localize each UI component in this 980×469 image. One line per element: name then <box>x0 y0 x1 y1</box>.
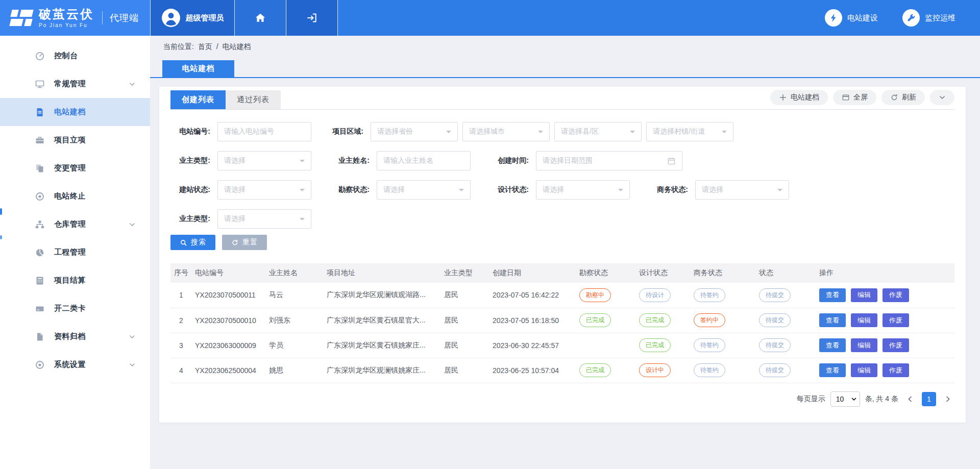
logout-button[interactable] <box>286 0 338 36</box>
table-row: 3 YX2023063000009 学员 广东深圳龙华区黄石镇姚家庄... 居民… <box>170 333 954 358</box>
design-status-badge: 已完成 <box>639 338 671 352</box>
filter-form: 电站编号: 请输入电站编号 项目区域: 请选择省份 请选择城市 请选择县/区 请… <box>170 110 954 229</box>
copy-icon <box>35 163 45 174</box>
chevron-left-icon <box>906 396 914 403</box>
sidebar-scrollbar[interactable] <box>0 235 2 239</box>
view-button[interactable]: 查看 <box>819 288 846 302</box>
logo-subtitle: Po Jian Yun Fu <box>39 22 94 28</box>
view-button[interactable]: 查看 <box>819 313 846 327</box>
owner-name-input[interactable]: 请输入业主姓名 <box>377 151 471 170</box>
station-code-label: 电站编号: <box>170 127 210 136</box>
city-select[interactable]: 请选择城市 <box>462 122 550 141</box>
breadcrumb-home[interactable]: 首页 <box>198 42 212 51</box>
station-code-input[interactable]: 请输入电站编号 <box>217 122 311 141</box>
business-status-badge: 待签约 <box>694 288 725 302</box>
sidebar-item-station-archive[interactable]: 电站建档 <box>0 98 150 126</box>
business-status-badge: 待签约 <box>694 338 725 352</box>
tab-passed-list[interactable]: 通过列表 <box>226 90 281 109</box>
chevron-down-icon <box>939 94 946 101</box>
fullscreen-button[interactable]: 全屏 <box>833 90 876 105</box>
file-icon <box>35 332 45 342</box>
reset-button[interactable]: 重置 <box>222 235 267 250</box>
nav-station-build[interactable]: 电站建设 <box>825 9 878 27</box>
business-status-label: 商务状态: <box>648 185 688 194</box>
business-status-badge: 待签约 <box>694 363 725 377</box>
refresh-icon <box>890 93 898 102</box>
date-range-input[interactable]: 请选择日期范围 <box>536 151 682 170</box>
user-menu[interactable]: 超级管理员 <box>150 0 235 36</box>
page-number-1[interactable]: 1 <box>922 392 936 406</box>
county-select[interactable]: 请选择县/区 <box>554 122 642 141</box>
edit-button[interactable]: 编辑 <box>851 363 877 377</box>
sidebar-item-data-archive[interactable]: 资料归档 <box>0 323 150 351</box>
design-status-badge: 待设计 <box>639 288 671 302</box>
survey-status-select[interactable]: 请选择 <box>377 180 471 200</box>
sidebar-item-station-terminate[interactable]: 电站终止 <box>0 182 150 210</box>
caret-down-icon <box>300 189 305 194</box>
target-icon <box>35 191 45 202</box>
search-icon <box>180 239 187 246</box>
table-row: 4 YX2023062500004 姚思 广东深圳龙华区观澜镇姚家庄... 居民… <box>170 358 954 383</box>
search-button[interactable]: 搜索 <box>170 235 215 250</box>
owner-type2-select[interactable]: 请选择 <box>217 209 311 229</box>
caret-down-icon <box>538 131 543 136</box>
reset-icon <box>231 239 239 246</box>
sidebar-item-change-mgmt[interactable]: 变更管理 <box>0 154 150 182</box>
next-page-button[interactable] <box>941 392 954 406</box>
sidebar-item-project-initiation[interactable]: 项目立项 <box>0 126 150 154</box>
home-button[interactable] <box>235 0 286 36</box>
tab-create-list[interactable]: 创建列表 <box>170 90 226 109</box>
logo-title: 破茧云伏 <box>39 8 94 21</box>
view-button[interactable]: 查看 <box>819 338 846 352</box>
business-status-select[interactable]: 请选择 <box>695 180 789 200</box>
filter-actions: 搜索 重置 <box>170 235 954 250</box>
view-button[interactable]: 查看 <box>819 363 846 377</box>
home-icon <box>255 12 266 23</box>
design-status-select[interactable]: 请选择 <box>536 180 630 200</box>
sidebar-item-open-card[interactable]: 开二类卡 <box>0 294 150 323</box>
invalidate-button[interactable]: 作废 <box>883 313 909 327</box>
sidebar-item-engineering-mgmt[interactable]: 工程管理 <box>0 238 150 266</box>
collapse-toolbar-button[interactable] <box>930 90 954 105</box>
nav-monitor-ops[interactable]: 监控运维 <box>902 9 955 27</box>
edit-button[interactable]: 编辑 <box>851 313 877 327</box>
chevron-down-icon <box>129 361 136 368</box>
survey-status-label: 勘察状态: <box>330 185 370 194</box>
sidebar-item-console[interactable]: 控制台 <box>0 42 150 70</box>
sidebar-item-system-settings[interactable]: 系统设置 <box>0 351 150 379</box>
province-select[interactable]: 请选择省份 <box>371 122 458 141</box>
design-status-label: 设计状态: <box>489 185 529 194</box>
status-badge: 待提交 <box>759 363 791 377</box>
breadcrumb-label: 当前位置: <box>163 42 194 51</box>
sidebar-scrollbar[interactable] <box>0 208 2 215</box>
per-page-select[interactable]: 10 <box>830 391 860 407</box>
monitor-icon <box>35 79 45 89</box>
build-status-select[interactable]: 请选择 <box>217 180 311 200</box>
avatar-icon <box>161 8 181 28</box>
page-tab-station-archive[interactable]: 电站建档 <box>162 60 234 77</box>
pagination: 每页显示 10 条, 共 4 条 1 <box>170 391 954 407</box>
owner-type-select[interactable]: 请选择 <box>217 151 311 170</box>
prev-page-button[interactable] <box>903 392 917 406</box>
build-status-label: 建站状态: <box>170 185 210 194</box>
per-page-label: 每页显示 <box>797 394 825 404</box>
edit-button[interactable]: 编辑 <box>851 288 877 302</box>
invalidate-button[interactable]: 作废 <box>883 288 909 302</box>
breadcrumb-separator: / <box>216 42 218 51</box>
sidebar-item-project-settlement[interactable]: 项目结算 <box>0 266 150 294</box>
sidebar-item-warehouse-mgmt[interactable]: 仓库管理 <box>0 210 150 238</box>
owner-type-label: 业主类型: <box>170 156 210 165</box>
invalidate-button[interactable]: 作废 <box>883 363 909 377</box>
refresh-button[interactable]: 刷新 <box>881 90 925 105</box>
invalidate-button[interactable]: 作废 <box>883 338 909 352</box>
edit-button[interactable]: 编辑 <box>851 338 877 352</box>
document-icon <box>35 107 45 117</box>
status-badge: 待提交 <box>759 313 791 327</box>
create-station-button[interactable]: 电站建档 <box>770 90 828 105</box>
top-bar: 破茧云伏 Po Jian Yun Fu 代理端 超级管理员 电站建设 <box>0 0 980 36</box>
sidebar-item-general-mgmt[interactable]: 常规管理 <box>0 70 150 98</box>
town-select[interactable]: 请选择村镇/街道 <box>646 122 733 141</box>
main-content: 当前位置: 首页 / 电站建档 电站建档 创建列表 通过列表 电站建档 全屏 <box>150 36 980 469</box>
toolbar: 电站建档 全屏 刷新 <box>770 90 954 109</box>
chevron-down-icon <box>129 81 136 88</box>
